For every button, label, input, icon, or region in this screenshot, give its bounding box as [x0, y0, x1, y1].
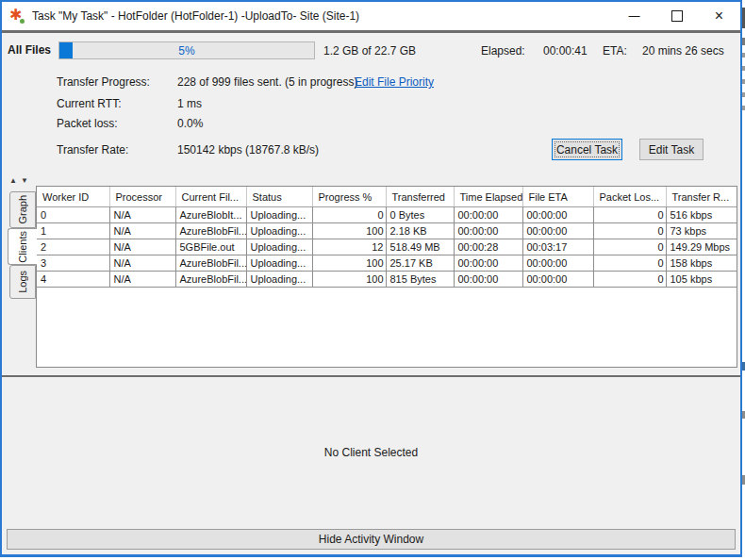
table-cell: Uploading... — [246, 272, 312, 288]
table-row[interactable]: 1N/AAzureBlobFil...Uploading...1002.18 K… — [37, 223, 737, 239]
table-header: Worker IDProcessorCurrent Fil...StatusPr… — [37, 187, 737, 207]
table-cell: 0 — [593, 272, 666, 288]
table-cell: Uploading... — [246, 223, 312, 239]
window-title: Task "My Task" - HotFolder (HotFolder-1)… — [32, 9, 359, 23]
tab-graph[interactable]: Graph — [9, 191, 36, 228]
table-cell: 00:00:00 — [522, 223, 593, 239]
eta-label: ETA: — [603, 44, 627, 58]
progress-bar: 5% — [58, 41, 315, 59]
table-cell: 5GBFile.out — [175, 239, 246, 255]
table-cell: 516 kbps — [666, 207, 737, 223]
edit-file-priority-link[interactable]: Edit File Priority — [355, 75, 434, 89]
minimize-button[interactable]: — — [613, 2, 655, 30]
table-cell: N/A — [109, 239, 175, 255]
col-header[interactable]: Processor — [109, 187, 175, 207]
table-cell: 149.29 Mbps — [666, 239, 737, 255]
minimize-icon: — — [629, 10, 640, 22]
table-cell: 0 Bytes — [386, 207, 454, 223]
maximize-button[interactable] — [655, 2, 698, 30]
table-cell: 105 kbps — [666, 272, 737, 288]
table-cell: 0 — [312, 207, 386, 223]
col-header[interactable]: Current Fil... — [175, 187, 246, 207]
table-row[interactable]: 0N/AAzureBlobIt...Uploading...00 Bytes00… — [37, 207, 737, 223]
packet-loss-value: 0.0% — [177, 117, 203, 130]
table-cell: 00:00:00 — [454, 223, 522, 239]
table-cell: 2.18 KB — [386, 223, 454, 239]
all-files-label: All Files — [8, 43, 51, 57]
table-cell: 00:00:00 — [454, 255, 522, 272]
col-header[interactable]: Time Elapsed — [454, 187, 522, 207]
table-row[interactable]: 2N/A5GBFile.outUploading...12518.49 MB00… — [37, 239, 737, 255]
transfer-rate-value: 150142 kbps (18767.8 kB/s) — [177, 143, 319, 156]
transferred-size-text: 1.2 GB of 22.7 GB — [323, 44, 416, 58]
table-cell: N/A — [109, 207, 175, 223]
table-cell: 100 — [312, 255, 386, 272]
table-cell: 1 — [37, 223, 109, 239]
clients-table: Worker IDProcessorCurrent Fil...StatusPr… — [37, 187, 737, 288]
edit-task-button[interactable]: Edit Task — [639, 139, 704, 160]
col-header[interactable]: Transfer R... — [666, 187, 737, 207]
col-header[interactable]: File ETA — [522, 187, 593, 207]
clients-table-panel: Worker IDProcessorCurrent Fil...StatusPr… — [36, 186, 737, 368]
transfer-rate-label: Transfer Rate: — [57, 143, 128, 156]
progress-label: 5% — [59, 44, 314, 58]
table-row[interactable]: 4N/AAzureBlobFil...Uploading...100815 By… — [37, 272, 737, 288]
table-cell: N/A — [109, 255, 175, 272]
table-cell: AzureBlobFil... — [175, 255, 246, 272]
table-cell: 73 kbps — [666, 223, 737, 239]
table-cell: 815 Bytes — [386, 272, 454, 288]
table-cell: N/A — [109, 272, 175, 288]
col-header[interactable]: Status — [246, 187, 312, 207]
table-cell: 0 — [593, 239, 666, 255]
table-cell: 00:00:00 — [522, 255, 593, 272]
table-cell: Uploading... — [246, 255, 312, 272]
table-cell: 00:00:00 — [454, 272, 522, 288]
close-button[interactable]: × — [698, 2, 740, 30]
elapsed-label: Elapsed: — [481, 44, 525, 58]
current-rtt-label: Current RTT: — [57, 97, 121, 110]
table-cell: 00:00:28 — [454, 239, 522, 255]
tab-clients[interactable]: Clients — [8, 228, 37, 265]
tab-logs-label: Logs — [17, 271, 28, 293]
table-cell: 00:00:00 — [454, 207, 522, 223]
table-cell: 518.49 MB — [386, 239, 454, 255]
titlebar[interactable]: ✱ Task "My Task" - HotFolder (HotFolder-… — [2, 2, 740, 30]
summary-panel: All Files 5% 1.2 GB of 22.7 GB Elapsed: … — [2, 33, 740, 176]
current-rtt-value: 1 ms — [177, 97, 202, 110]
cancel-task-button[interactable]: Cancel Task — [552, 139, 622, 160]
table-cell: 00:03:17 — [522, 239, 593, 255]
hide-activity-button[interactable]: Hide Activity Window — [7, 529, 736, 550]
table-row[interactable]: 3N/AAzureBlobFil...Uploading...10025.17 … — [37, 255, 737, 272]
col-header[interactable]: Transferred — [386, 187, 454, 207]
maximize-icon — [671, 10, 683, 22]
table-cell: 100 — [312, 223, 386, 239]
table-cell: AzureBlobIt... — [175, 207, 246, 223]
packet-loss-label: Packet loss: — [57, 117, 118, 130]
table-cell: Uploading... — [246, 207, 312, 223]
col-header[interactable]: Packet Los... — [593, 187, 666, 207]
transfer-progress-value: 228 of 999 files sent. (5 in progress) — [177, 75, 357, 89]
col-header[interactable]: Worker ID — [37, 187, 109, 207]
tab-clients-label: Clients — [17, 231, 28, 263]
table-cell: AzureBlobFil... — [175, 223, 246, 239]
tab-graph-label: Graph — [17, 195, 28, 224]
table-cell: 12 — [312, 239, 386, 255]
table-cell: 100 — [312, 272, 386, 288]
app-icon: ✱ — [9, 8, 25, 25]
table-cell: 0 — [37, 207, 109, 223]
table-cell: 0 — [593, 255, 666, 272]
col-header[interactable]: Progress % — [312, 187, 386, 207]
table-cell: 00:00:00 — [522, 207, 593, 223]
transfer-progress-label: Transfer Progress: — [57, 75, 150, 89]
table-cell: 2 — [37, 239, 109, 255]
table-body: 0N/AAzureBlobIt...Uploading...00 Bytes00… — [37, 207, 737, 288]
splitter-down-icon[interactable]: ▼ — [21, 177, 28, 185]
table-cell: Uploading... — [246, 239, 312, 255]
splitter-up-icon[interactable]: ▲ — [9, 177, 17, 185]
tab-logs[interactable]: Logs — [9, 265, 36, 299]
client-detail-panel: No Client Selected — [2, 377, 740, 528]
table-cell: 158 kbps — [666, 255, 737, 272]
task-activity-window: ✱ Task "My Task" - HotFolder (HotFolder-… — [0, 0, 742, 557]
eta-value: 20 mins 26 secs — [642, 44, 724, 58]
table-cell: N/A — [109, 223, 175, 239]
